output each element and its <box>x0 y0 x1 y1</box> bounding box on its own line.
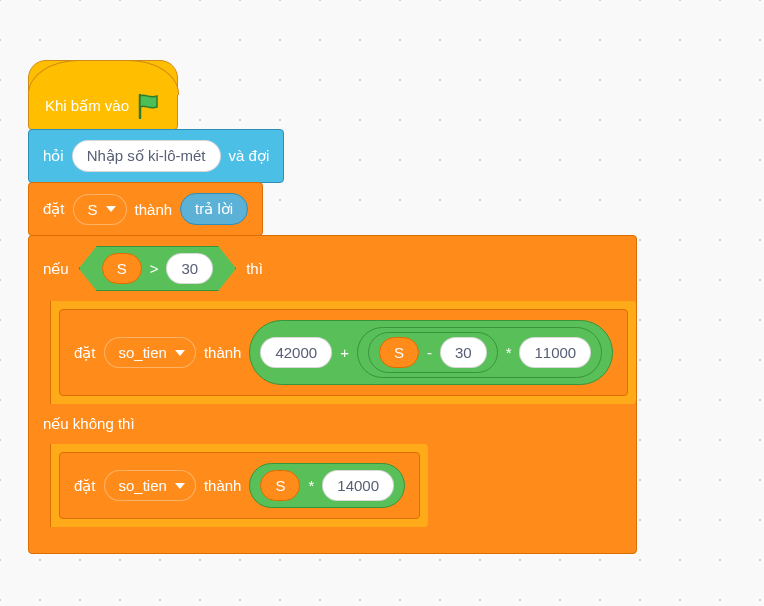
chevron-down-icon <box>175 350 185 356</box>
else-head: nếu không thì <box>29 404 636 444</box>
else-label: nếu không thì <box>43 415 135 433</box>
multiply-op: * <box>506 344 512 361</box>
set-so-tien-then-block[interactable]: đặt so_tien thành 42000 + S - <box>59 309 628 396</box>
if-head: nếu S > 30 thì <box>29 236 636 301</box>
multiply-op-else: * <box>308 477 314 494</box>
script-area: Khi bấm vào hỏi Nhập số ki-lô-mét và đợi… <box>28 60 637 553</box>
minus-op: - <box>427 344 432 361</box>
variable-reporter-s-else[interactable]: S <box>260 470 300 501</box>
else-arm: đặt so_tien thành S * 14000 <box>29 444 636 527</box>
dropdown-label: S <box>88 201 98 218</box>
set-label-then: đặt <box>74 344 96 362</box>
ask-label-after: và đợi <box>229 147 270 165</box>
hat-label: Khi bấm vào <box>45 97 129 115</box>
multiply-operator[interactable]: S - 30 * 11000 <box>357 327 602 378</box>
gt-operator: > <box>150 260 159 277</box>
mult-right-input-else[interactable]: 14000 <box>322 470 394 501</box>
gt-right-input[interactable]: 30 <box>166 253 213 284</box>
to-label: thành <box>135 201 173 218</box>
set-variable-s-block[interactable]: đặt S thành trả lời <box>28 182 263 236</box>
when-flag-clicked-block[interactable]: Khi bấm vào <box>28 60 178 130</box>
c-block-foot <box>29 527 636 553</box>
variable-dropdown-so-tien-else[interactable]: so_tien <box>104 470 196 501</box>
multiply-operator-else[interactable]: S * 14000 <box>249 463 405 508</box>
set-label: đặt <box>43 200 65 218</box>
then-arm: đặt so_tien thành 42000 + S - <box>29 301 636 404</box>
chevron-down-icon <box>175 483 185 489</box>
green-flag-icon <box>137 93 161 119</box>
variable-reporter-s-inner[interactable]: S <box>379 337 419 368</box>
variable-dropdown-s[interactable]: S <box>73 194 127 225</box>
greater-than-boolean[interactable]: S > 30 <box>79 246 236 291</box>
plus-op: + <box>340 344 349 361</box>
minus-operator[interactable]: S - 30 <box>368 332 498 373</box>
ask-and-wait-block[interactable]: hỏi Nhập số ki-lô-mét và đợi <box>28 129 284 183</box>
then-label: thì <box>246 260 263 277</box>
to-label-else: thành <box>204 477 242 494</box>
if-else-block[interactable]: nếu S > 30 thì đặt so_tien thành <box>28 235 637 554</box>
plus-operator[interactable]: 42000 + S - 30 * 11000 <box>249 320 613 385</box>
ask-prompt-input[interactable]: Nhập số ki-lô-mét <box>72 140 221 172</box>
dropdown-label: so_tien <box>119 477 167 494</box>
variable-reporter-s[interactable]: S <box>102 253 142 284</box>
if-label: nếu <box>43 260 69 278</box>
to-label-then: thành <box>204 344 242 361</box>
variable-dropdown-so-tien-then[interactable]: so_tien <box>104 337 196 368</box>
plus-left-input[interactable]: 42000 <box>260 337 332 368</box>
minus-right-input[interactable]: 30 <box>440 337 487 368</box>
set-so-tien-else-block[interactable]: đặt so_tien thành S * 14000 <box>59 452 420 519</box>
chevron-down-icon <box>106 206 116 212</box>
ask-label-before: hỏi <box>43 147 64 165</box>
answer-reporter[interactable]: trả lời <box>180 193 248 225</box>
dropdown-label: so_tien <box>119 344 167 361</box>
mult-right-input[interactable]: 11000 <box>519 337 591 368</box>
set-label-else: đặt <box>74 477 96 495</box>
